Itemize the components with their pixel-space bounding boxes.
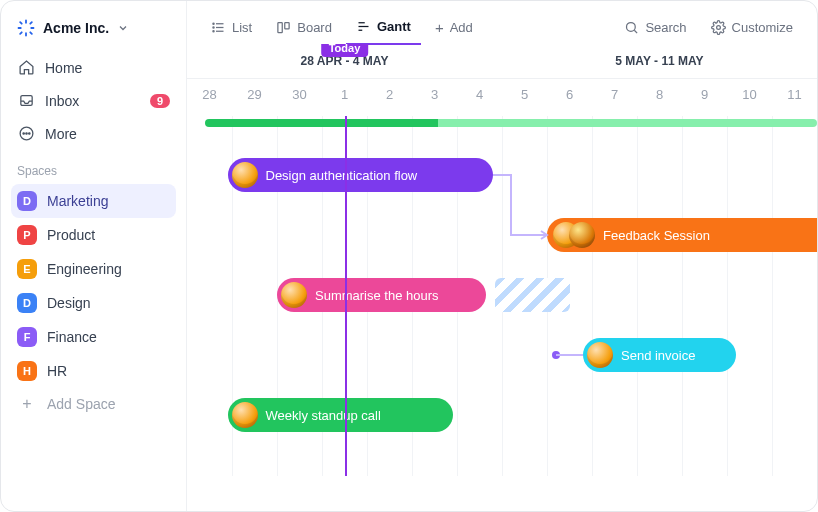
customize-button[interactable]: Customize (701, 12, 803, 43)
space-label: Marketing (47, 193, 108, 209)
svg-rect-10 (278, 23, 282, 33)
view-add-label: Add (450, 20, 473, 35)
today-line (345, 116, 347, 476)
gantt-task[interactable]: Weekly standup call (228, 398, 453, 432)
space-badge: F (17, 327, 37, 347)
space-label: HR (47, 363, 67, 379)
nav-inbox[interactable]: Inbox 9 (11, 84, 176, 117)
space-label: Engineering (47, 261, 122, 277)
workspace-switcher[interactable]: Acme Inc. (11, 13, 176, 51)
day-header: 7 (592, 79, 637, 116)
space-badge: D (17, 191, 37, 211)
task-avatar (281, 282, 307, 308)
add-space-label: Add Space (47, 396, 116, 412)
sidebar: Acme Inc. Home Inbox 9 More Spaces D Mar… (1, 1, 187, 511)
view-gantt[interactable]: Gantt (346, 11, 421, 45)
svg-point-3 (28, 133, 29, 134)
view-board-label: Board (297, 20, 332, 35)
timeline-days: 2829301234567891011Today (187, 79, 817, 116)
gantt-task[interactable]: Feedback Session (547, 218, 817, 252)
add-space-button[interactable]: + Add Space (11, 388, 176, 420)
sidebar-space-finance[interactable]: F Finance (11, 320, 176, 354)
svg-point-15 (627, 23, 636, 32)
inbox-badge: 9 (150, 94, 170, 108)
search-button[interactable]: Search (614, 12, 696, 43)
nav-more[interactable]: More (11, 117, 176, 150)
day-header: 3 (412, 79, 457, 116)
day-header: 30 (277, 79, 322, 116)
svg-point-7 (213, 23, 214, 24)
chevron-down-icon (117, 22, 129, 34)
spaces-title: Spaces (11, 150, 176, 184)
nav-more-label: More (45, 126, 77, 142)
toolbar: List Board Gantt + Add Search (187, 1, 817, 44)
task-label: Feedback Session (603, 228, 710, 243)
space-badge: P (17, 225, 37, 245)
nav-home-label: Home (45, 60, 82, 76)
svg-point-1 (22, 133, 23, 134)
space-label: Design (47, 295, 91, 311)
list-icon (211, 20, 226, 35)
view-list[interactable]: List (201, 12, 262, 43)
gear-icon (711, 20, 726, 35)
gantt-task[interactable]: Design authentication flow (228, 158, 494, 192)
task-avatar (232, 402, 258, 428)
search-icon (624, 20, 639, 35)
svg-point-9 (213, 31, 214, 32)
more-icon (17, 125, 35, 142)
sidebar-space-engineering[interactable]: E Engineering (11, 252, 176, 286)
day-header: 9 (682, 79, 727, 116)
day-header: 4 (457, 79, 502, 116)
sidebar-space-design[interactable]: D Design (11, 286, 176, 320)
day-header: 11 (772, 79, 817, 116)
day-header: 2 (367, 79, 412, 116)
dependency-dot (552, 351, 560, 359)
task-avatar (587, 342, 613, 368)
main: List Board Gantt + Add Search (187, 1, 817, 511)
gantt-chart-area[interactable]: Design authentication flowFeedback Sessi… (187, 116, 817, 476)
task-avatar (232, 162, 258, 188)
task-avatars (551, 222, 595, 248)
overall-progress-bar (205, 119, 817, 127)
view-gantt-label: Gantt (377, 19, 411, 34)
search-label: Search (645, 20, 686, 35)
gantt-task[interactable]: Summarise the hours (277, 278, 486, 312)
workspace-name: Acme Inc. (43, 20, 109, 36)
view-list-label: List (232, 20, 252, 35)
svg-point-2 (25, 133, 26, 134)
gantt-task[interactable]: Send invoice (583, 338, 736, 372)
logo-icon (17, 19, 35, 37)
task-label: Send invoice (621, 348, 695, 363)
inbox-icon (17, 92, 35, 109)
sidebar-space-marketing[interactable]: D Marketing (11, 184, 176, 218)
svg-point-17 (716, 26, 720, 30)
plus-icon: + (435, 19, 444, 36)
day-header: 8 (637, 79, 682, 116)
board-icon (276, 20, 291, 35)
space-badge: H (17, 361, 37, 381)
view-add[interactable]: + Add (425, 11, 483, 44)
sidebar-space-hr[interactable]: H HR (11, 354, 176, 388)
svg-line-16 (635, 30, 638, 33)
timeline-weeks: 28 APR - 4 MAY 5 MAY - 11 MAY (187, 44, 817, 79)
space-badge: D (17, 293, 37, 313)
day-header: 28 (187, 79, 232, 116)
gantt-icon (356, 19, 371, 34)
day-header: 6 (547, 79, 592, 116)
today-label: Today (321, 44, 369, 57)
day-header: 10 (727, 79, 772, 116)
week-label: 5 MAY - 11 MAY (502, 44, 817, 78)
nav-inbox-label: Inbox (45, 93, 79, 109)
nav-home[interactable]: Home (11, 51, 176, 84)
home-icon (17, 59, 35, 76)
svg-point-8 (213, 27, 214, 28)
view-board[interactable]: Board (266, 12, 342, 43)
space-label: Finance (47, 329, 97, 345)
task-label: Summarise the hours (315, 288, 439, 303)
space-label: Product (47, 227, 95, 243)
sidebar-space-product[interactable]: P Product (11, 218, 176, 252)
day-header: 1 (322, 79, 367, 116)
space-badge: E (17, 259, 37, 279)
task-extension (495, 278, 569, 312)
customize-label: Customize (732, 20, 793, 35)
